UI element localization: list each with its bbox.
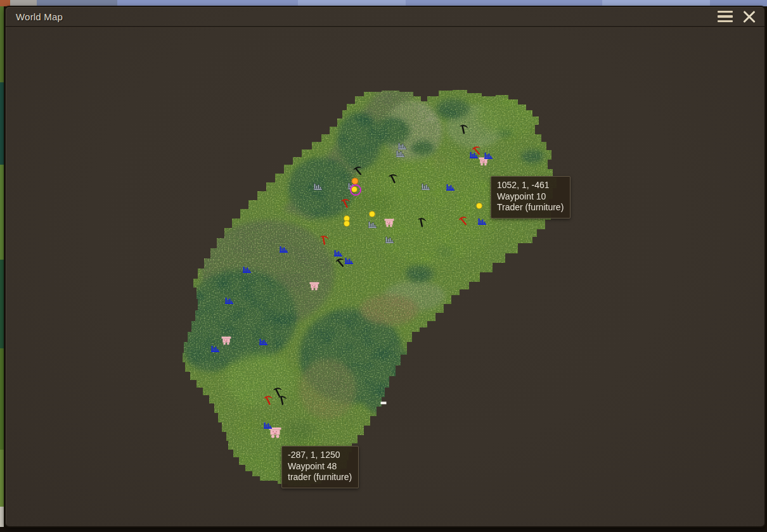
waypoint-dot-orange-icon[interactable] xyxy=(352,178,359,185)
waypoint-dot-yellow-icon[interactable] xyxy=(344,220,350,227)
map-terrain-layers xyxy=(172,84,565,495)
waypoint-pickaxe-black-icon[interactable] xyxy=(457,123,470,136)
map-terrain xyxy=(6,27,764,526)
waypoint-ruins-blue-icon[interactable] xyxy=(211,345,221,353)
waypoint-dot-yellow-icon[interactable] xyxy=(476,203,482,209)
waypoint-dash-white-icon[interactable] xyxy=(381,402,387,404)
waypoint-pickaxe-red-icon[interactable] xyxy=(457,215,470,227)
waypoint-ruins-blue-icon[interactable] xyxy=(264,421,273,429)
tooltip-waypoint-name: Waypoint 10 xyxy=(497,191,564,203)
tooltip-waypoint-type: Trader (furniture) xyxy=(497,202,564,213)
waypoint-ruins-grey-icon[interactable] xyxy=(422,182,431,191)
waypoint-trader-icon[interactable] xyxy=(309,282,320,291)
waypoint-ruins-blue-icon[interactable] xyxy=(243,265,252,274)
waypoint-ruins-blue-icon[interactable] xyxy=(280,245,289,253)
waypoint-trader-icon[interactable] xyxy=(384,218,395,228)
window-titlebar[interactable]: World Map xyxy=(6,7,764,27)
background-sliver-bottom xyxy=(0,528,767,532)
waypoint-ruins-blue-icon[interactable] xyxy=(345,256,354,265)
waypoint-ruins-blue-icon[interactable] xyxy=(259,338,269,346)
waypoint-ruins-grey-icon[interactable] xyxy=(314,182,323,191)
window-title: World Map xyxy=(6,11,63,22)
waypoint-ruins-blue-icon[interactable] xyxy=(478,217,487,225)
waypoint-ruins-grey-icon[interactable] xyxy=(368,220,378,229)
tooltip-waypoint-name: Waypoint 48 xyxy=(288,461,352,472)
waypoint-pickaxe-black-icon[interactable] xyxy=(415,216,428,229)
waypoint-pickaxe-red-icon[interactable] xyxy=(318,234,330,246)
waypoint-ruins-blue-icon[interactable] xyxy=(334,249,344,257)
game-screen: World Map xyxy=(0,0,767,532)
waypoint-tooltip: -287, 1, 1250 Waypoint 48 trader (furnit… xyxy=(281,446,359,488)
waypoint-pickaxe-red-icon[interactable] xyxy=(262,394,274,407)
world-map-canvas[interactable]: 1052, 1, -461 Waypoint 10 Trader (furnit… xyxy=(6,27,764,526)
waypoint-ruins-blue-icon[interactable] xyxy=(470,151,479,159)
close-icon[interactable] xyxy=(743,10,756,23)
waypoint-dot-yellow-icon[interactable] xyxy=(369,211,375,217)
waypoint-ruins-grey-icon[interactable] xyxy=(385,236,395,244)
waypoint-ruins-blue-icon[interactable] xyxy=(225,296,235,305)
waypoint-pickaxe-red-icon[interactable] xyxy=(339,197,352,210)
titlebar-buttons xyxy=(716,10,764,24)
waypoint-trader-icon[interactable] xyxy=(221,336,232,346)
waypoint-ruins-blue-icon[interactable] xyxy=(484,151,494,160)
tooltip-waypoint-type: trader (furniture) xyxy=(288,472,352,483)
world-map-window: World Map xyxy=(4,6,766,528)
waypoint-ruins-grey-icon[interactable] xyxy=(396,149,406,158)
tooltip-coords: 1052, 1, -461 xyxy=(497,180,564,191)
waypoint-ruins-blue-icon[interactable] xyxy=(446,183,456,191)
waypoint-pickaxe-black-icon[interactable] xyxy=(276,394,288,407)
waypoint-pickaxe-black-icon[interactable] xyxy=(352,165,364,177)
hamburger-menu-icon[interactable] xyxy=(716,10,734,24)
waypoint-pickaxe-black-icon[interactable] xyxy=(387,172,399,185)
waypoint-ring-magenta-icon[interactable] xyxy=(350,184,361,196)
tooltip-coords: -287, 1, 1250 xyxy=(288,450,352,461)
background-world-sliver-left xyxy=(0,6,4,532)
waypoint-tooltip: 1052, 1, -461 Waypoint 10 Trader (furnit… xyxy=(491,176,570,218)
